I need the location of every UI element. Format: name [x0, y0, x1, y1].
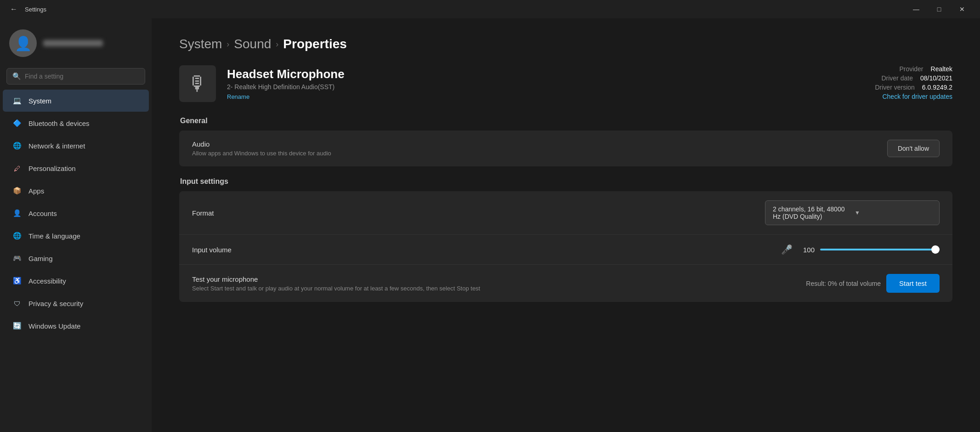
breadcrumb-current: Properties [283, 37, 347, 51]
user-profile: 👤 [0, 23, 152, 66]
device-subtitle: 2- Realtek High Definition Audio(SST) [227, 83, 345, 91]
input-settings-title: Input settings [179, 177, 952, 186]
avatar: 👤 [9, 29, 37, 57]
test-label: Test your microphone [192, 275, 480, 283]
search-input[interactable] [25, 73, 139, 80]
dont-allow-button[interactable]: Don't allow [887, 140, 940, 157]
test-row-left: Test your microphone Select Start test a… [192, 275, 480, 292]
sidebar-item-system[interactable]: 💻 System [3, 90, 149, 112]
windows-update-label: Windows Update [28, 322, 80, 330]
format-value: 2 channels, 16 bit, 48000 Hz (DVD Qualit… [773, 205, 850, 220]
accessibility-icon: ♿ [12, 276, 22, 286]
privacy-icon: 🛡 [12, 298, 22, 308]
provider-label: Provider [899, 65, 923, 73]
volume-row-right: 🎤 100 [781, 244, 940, 255]
sidebar-item-gaming[interactable]: 🎮 Gaming [3, 247, 149, 269]
sidebar-item-windows-update[interactable]: 🔄 Windows Update [3, 315, 149, 337]
start-test-button[interactable]: Start test [886, 274, 940, 293]
bluetooth-icon: 🔷 [12, 118, 22, 128]
main-content: System › Sound › Properties 🎙 Headset Mi… [152, 18, 980, 432]
system-label: System [28, 97, 51, 105]
search-icon: 🔍 [12, 72, 21, 80]
user-name [43, 40, 103, 46]
titlebar: ← Settings — □ ✕ [0, 0, 980, 18]
result-text: Result: 0% of total volume [806, 280, 881, 287]
driver-version-label: Driver version [875, 84, 914, 91]
device-info: 🎙 Headset Microphone 2- Realtek High Def… [179, 65, 345, 102]
driver-provider-row: Provider Realtek [875, 65, 952, 73]
accessibility-label: Accessibility [28, 277, 66, 285]
sidebar-item-accessibility[interactable]: ♿ Accessibility [3, 270, 149, 292]
volume-row-left: Input volume [192, 246, 232, 254]
sidebar-item-personalization[interactable]: 🖊 Personalization [3, 157, 149, 179]
format-row-left: Format [192, 209, 214, 217]
search-box[interactable]: 🔍 [6, 68, 145, 85]
titlebar-left: ← Settings [7, 3, 46, 16]
gaming-label: Gaming [28, 255, 53, 262]
audio-label: Audio [192, 140, 331, 148]
device-icon: 🎙 [179, 65, 216, 102]
maximize-button[interactable]: □ [929, 2, 950, 17]
accounts-icon: 👤 [12, 208, 22, 218]
driver-version-row: Driver version 6.0.9249.2 [875, 84, 952, 91]
audio-row: Audio Allow apps and Windows to use this… [179, 131, 952, 166]
test-row-right: Result: 0% of total volume Start test [806, 274, 940, 293]
gaming-icon: 🎮 [12, 253, 22, 263]
input-volume-label: Input volume [192, 246, 232, 254]
breadcrumb-system[interactable]: System [179, 37, 222, 51]
microphone-icon: 🎤 [781, 244, 793, 255]
time-icon: 🌐 [12, 231, 22, 241]
device-header: 🎙 Headset Microphone 2- Realtek High Def… [179, 65, 952, 102]
sidebar-item-bluetooth[interactable]: 🔷 Bluetooth & devices [3, 112, 149, 134]
minimize-button[interactable]: — [906, 2, 927, 17]
sidebar-item-privacy[interactable]: 🛡 Privacy & security [3, 292, 149, 314]
audio-row-right: Don't allow [887, 140, 940, 157]
test-microphone-row: Test your microphone Select Start test a… [179, 265, 952, 302]
sidebar-item-time[interactable]: 🌐 Time & language [3, 225, 149, 247]
device-name: Headset Microphone [227, 67, 345, 81]
device-details: Headset Microphone 2- Realtek High Defin… [227, 67, 345, 100]
driver-update-row: Check for driver updates [875, 93, 952, 100]
breadcrumb: System › Sound › Properties [179, 37, 952, 51]
breadcrumb-sound[interactable]: Sound [234, 37, 271, 51]
system-icon: 💻 [12, 96, 22, 106]
close-button[interactable]: ✕ [952, 2, 973, 17]
bluetooth-label: Bluetooth & devices [28, 119, 90, 127]
sidebar-item-accounts[interactable]: 👤 Accounts [3, 202, 149, 224]
back-button[interactable]: ← [7, 3, 20, 16]
sidebar-item-apps[interactable]: 📦 Apps [3, 180, 149, 202]
sidebar-item-network[interactable]: 🌐 Network & internet [3, 135, 149, 157]
general-card: Audio Allow apps and Windows to use this… [179, 131, 952, 166]
titlebar-controls: — □ ✕ [906, 2, 973, 17]
driver-date-value: 08/10/2021 [920, 74, 952, 82]
format-dropdown[interactable]: 2 channels, 16 bit, 48000 Hz (DVD Qualit… [765, 200, 940, 225]
input-volume-row: Input volume 🎤 100 [179, 235, 952, 265]
format-label: Format [192, 209, 214, 217]
format-row-right: 2 channels, 16 bit, 48000 Hz (DVD Qualit… [765, 200, 940, 225]
input-settings-card: Format 2 channels, 16 bit, 48000 Hz (DVD… [179, 191, 952, 302]
titlebar-title: Settings [25, 6, 46, 13]
privacy-label: Privacy & security [28, 300, 83, 307]
volume-number: 100 [798, 246, 815, 254]
apps-icon: 📦 [12, 186, 22, 196]
app-body: 👤 🔍 💻 System 🔷 Bluetooth & devices 🌐 Net… [0, 18, 980, 432]
volume-slider[interactable] [820, 249, 940, 250]
personalization-label: Personalization [28, 165, 76, 172]
driver-date-label: Driver date [881, 74, 912, 82]
breadcrumb-sep-2: › [276, 40, 278, 49]
network-label: Network & internet [28, 142, 85, 150]
sidebar: 👤 🔍 💻 System 🔷 Bluetooth & devices 🌐 Net… [0, 18, 152, 432]
user-icon: 👤 [15, 35, 32, 51]
driver-info: Provider Realtek Driver date 08/10/2021 … [875, 65, 952, 100]
apps-label: Apps [28, 187, 44, 195]
driver-update-link[interactable]: Check for driver updates [882, 93, 952, 100]
network-icon: 🌐 [12, 141, 22, 151]
audio-row-left: Audio Allow apps and Windows to use this… [192, 140, 331, 157]
driver-date-row: Driver date 08/10/2021 [875, 74, 952, 82]
format-row: Format 2 channels, 16 bit, 48000 Hz (DVD… [179, 191, 952, 235]
windows-update-icon: 🔄 [12, 321, 22, 331]
driver-version-value: 6.0.9249.2 [922, 84, 952, 91]
dropdown-arrow-icon: ▼ [855, 210, 932, 216]
general-section-title: General [179, 117, 952, 125]
rename-link[interactable]: Rename [227, 93, 345, 100]
